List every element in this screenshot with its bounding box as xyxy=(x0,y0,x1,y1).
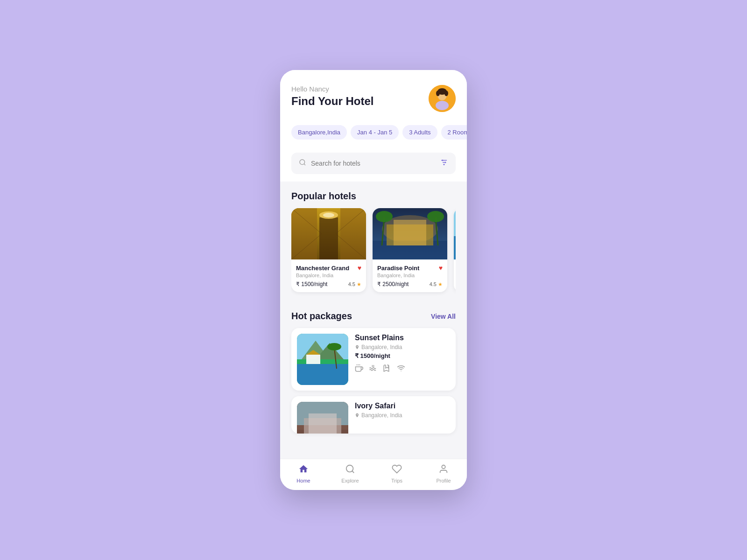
svg-rect-15 xyxy=(319,217,338,259)
hotel-info-0: Manchester Grand ♥ Bangalore, India ₹ 15… xyxy=(291,259,366,292)
svg-point-19 xyxy=(323,213,334,217)
hotel-name-1: Paradise Point xyxy=(377,265,419,272)
hotel-heart-1[interactable]: ♥ xyxy=(439,264,443,272)
bar-icon xyxy=(383,364,391,374)
content-scroll: Hello Nancy Find Your Hotel Bang xyxy=(280,70,467,490)
filter-location[interactable]: Bangalore,India xyxy=(291,125,347,140)
page-title: Find Your Hotel xyxy=(291,95,374,108)
hotel-card-2[interactable]: Mandar Bangalo ₹ 3000/ xyxy=(454,208,456,292)
hotel-info-2: Mandar Bangalo ₹ 3000/ xyxy=(454,259,456,292)
search-input[interactable] xyxy=(311,160,435,167)
filter-row: Bangalore,India Jan 4 - Jan 5 3 Adults 2… xyxy=(280,119,467,145)
hotel-price-1: ₹ 2500/night xyxy=(377,281,409,287)
svg-rect-16 xyxy=(291,208,317,259)
view-all-button[interactable]: View All xyxy=(431,313,456,320)
hotel-price-0: ₹ 1500/night xyxy=(296,281,327,287)
star-icon-0: ★ xyxy=(357,281,361,287)
hot-packages-section: Hot packages View All xyxy=(280,301,467,445)
package-details-1: Ivory Safari Bangalore, India xyxy=(355,402,450,420)
svg-point-33 xyxy=(427,211,444,222)
restaurant-icon xyxy=(355,364,363,374)
svg-point-46 xyxy=(327,343,341,350)
header: Hello Nancy Find Your Hotel xyxy=(280,70,467,119)
hotel-rating-1: 4.5 ★ xyxy=(430,281,443,287)
svg-point-5 xyxy=(444,91,448,96)
wifi-icon xyxy=(397,364,405,374)
avatar[interactable] xyxy=(429,85,456,112)
svg-rect-35 xyxy=(454,236,456,259)
package-location-1: Bangalore, India xyxy=(355,412,450,419)
filter-guests[interactable]: 3 Adults xyxy=(402,125,437,140)
hot-packages-title: Hot packages xyxy=(291,311,352,322)
hotel-info-1: Paradise Point ♥ Bangalore, India ₹ 2500… xyxy=(373,259,447,292)
svg-point-13 xyxy=(444,164,445,165)
package-card-1[interactable]: Ivory Safari Bangalore, India xyxy=(291,396,456,434)
nav-explore-label: Explore xyxy=(341,478,359,483)
svg-point-58 xyxy=(346,465,353,472)
package-card-0[interactable]: Sunset Plains Bangalore, India ₹ 1500/ni… xyxy=(291,328,456,391)
nav-trips-label: Trips xyxy=(391,478,402,483)
svg-point-4 xyxy=(436,91,440,96)
svg-rect-57 xyxy=(309,413,337,434)
nav-explore[interactable]: Explore xyxy=(327,464,374,483)
hotel-price-row-0: ₹ 1500/night 4.5 ★ xyxy=(296,281,361,287)
svg-line-7 xyxy=(304,164,305,165)
hotel-location-0: Bangalore, India xyxy=(296,273,361,278)
hotel-heart-0[interactable]: ♥ xyxy=(358,264,361,272)
search-icon xyxy=(299,159,306,168)
svg-point-52 xyxy=(401,371,402,371)
svg-rect-17 xyxy=(340,208,366,259)
nav-home[interactable]: Home xyxy=(280,464,327,483)
hotel-location-1: Bangalore, India xyxy=(377,273,443,278)
hotel-name-0: Manchester Grand xyxy=(296,265,349,272)
profile-icon xyxy=(438,464,449,476)
hotel-card-0[interactable]: Manchester Grand ♥ Bangalore, India ₹ 15… xyxy=(291,208,366,292)
svg-rect-43 xyxy=(306,355,320,364)
filter-dates[interactable]: Jan 4 - Jan 5 xyxy=(351,125,399,140)
hotel-image-1 xyxy=(373,208,447,259)
hotel-card-1[interactable]: Paradise Point ♥ Bangalore, India ₹ 2500… xyxy=(373,208,447,292)
svg-rect-29 xyxy=(394,220,426,245)
filter-rooms[interactable]: 2 Rooms xyxy=(441,125,467,140)
hotel-image-0 xyxy=(291,208,366,259)
package-name-0: Sunset Plains xyxy=(355,334,450,342)
home-icon xyxy=(298,464,309,476)
svg-point-6 xyxy=(300,160,305,165)
explore-icon xyxy=(345,464,355,476)
greeting-text: Hello Nancy xyxy=(291,85,374,93)
hotel-price-row-1: ₹ 2500/night 4.5 ★ xyxy=(377,281,443,287)
phone-frame: Hello Nancy Find Your Hotel Bang xyxy=(280,70,467,490)
svg-point-31 xyxy=(376,211,393,222)
package-name-1: Ivory Safari xyxy=(355,402,450,410)
nav-trips[interactable]: Trips xyxy=(374,464,420,483)
package-details-0: Sunset Plains Bangalore, India ₹ 1500/ni… xyxy=(355,334,450,374)
hotel-name-row-0: Manchester Grand ♥ xyxy=(296,264,361,272)
svg-point-2 xyxy=(436,101,449,110)
package-price-0: ₹ 1500/night xyxy=(355,352,450,359)
search-section xyxy=(280,145,467,182)
trips-icon xyxy=(392,464,402,476)
hotel-image-2 xyxy=(454,208,456,259)
filter-icon-button[interactable] xyxy=(440,158,448,168)
packages-header: Hot packages View All xyxy=(291,311,456,322)
popular-hotels-title: Popular hotels xyxy=(291,191,456,202)
amenities-0 xyxy=(355,364,450,374)
svg-rect-42 xyxy=(297,364,348,385)
nav-home-label: Home xyxy=(296,478,310,483)
svg-point-60 xyxy=(442,465,445,469)
package-image-0 xyxy=(297,334,348,385)
nav-profile-label: Profile xyxy=(436,478,451,483)
popular-hotels-section: Popular hotels xyxy=(280,182,467,301)
header-text: Hello Nancy Find Your Hotel xyxy=(291,85,374,108)
package-image-1 xyxy=(297,402,348,434)
hotels-scroll: Manchester Grand ♥ Bangalore, India ₹ 15… xyxy=(291,208,456,296)
nav-profile[interactable]: Profile xyxy=(420,464,467,483)
hotel-rating-0: 4.5 ★ xyxy=(348,281,361,287)
svg-point-12 xyxy=(445,162,446,163)
svg-point-11 xyxy=(442,160,444,161)
star-icon-1: ★ xyxy=(438,281,443,287)
svg-line-59 xyxy=(352,471,354,473)
package-location-0: Bangalore, India xyxy=(355,344,450,350)
pool-icon xyxy=(369,364,377,374)
search-bar xyxy=(291,153,456,174)
